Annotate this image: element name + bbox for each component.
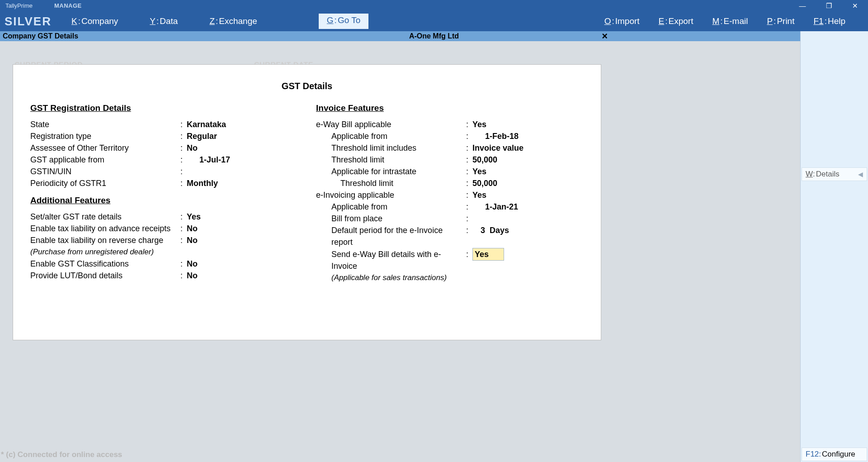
eway-label: e-Way Bill applicable bbox=[316, 119, 466, 130]
menu-import[interactable]: O:Import bbox=[600, 14, 644, 29]
sub-header: Company GST Details A-One Mfg Ltd × bbox=[0, 31, 868, 41]
chevron-left-icon: ◀ bbox=[858, 171, 863, 178]
minimize-icon[interactable]: — bbox=[789, 0, 816, 11]
status-footer: * (c) Connected for online access bbox=[0, 450, 122, 459]
assessee-label: Assessee of Other Territory bbox=[30, 142, 180, 154]
lut-label: Provide LUT/Bond details bbox=[30, 270, 180, 281]
panel-close-icon[interactable]: × bbox=[602, 30, 608, 42]
menu-company[interactable]: K:Company bbox=[67, 14, 123, 29]
einv-period-value[interactable]: 3 Days bbox=[472, 224, 509, 236]
reverse-label: Enable tax liability on reverse charge bbox=[30, 234, 180, 246]
menu-email[interactable]: M:E-mail bbox=[708, 14, 752, 29]
left-column: GST Registration Details State:Karnataka… bbox=[30, 100, 298, 284]
edition-label: SILVER bbox=[0, 14, 67, 29]
company-name: A-One Mfg Ltd bbox=[409, 32, 459, 40]
menu-exchange[interactable]: Z:Exchange bbox=[205, 14, 261, 29]
lut-value[interactable]: No bbox=[187, 270, 198, 281]
sendeway-hint: (Applicable for sales transactions) bbox=[316, 272, 466, 284]
eway-value[interactable]: Yes bbox=[472, 119, 486, 130]
section-invoice: Invoice Features bbox=[316, 103, 584, 113]
page-title: GST Details bbox=[13, 81, 601, 91]
right-column: Invoice Features e-Way Bill applicable:Y… bbox=[316, 100, 584, 284]
right-pane: W: Details ◀ F12: Configure bbox=[800, 31, 868, 462]
gst-details-panel: GST Details GST Registration Details Sta… bbox=[13, 64, 601, 340]
manage-menu[interactable]: MANAGE bbox=[54, 2, 82, 9]
eway-intra-value[interactable]: Yes bbox=[472, 166, 486, 177]
sendeway-input[interactable]: Yes bbox=[472, 248, 504, 261]
regtype-value[interactable]: Regular bbox=[187, 130, 217, 142]
screen-title: Company GST Details bbox=[0, 32, 78, 40]
menu-goto[interactable]: G:Go To bbox=[319, 14, 368, 29]
einv-from-label: Applicable from bbox=[316, 201, 466, 213]
advance-value[interactable]: No bbox=[187, 223, 198, 234]
einv-from-value[interactable]: 1-Jan-21 bbox=[472, 201, 518, 213]
menu-help[interactable]: F1:Help bbox=[809, 14, 850, 29]
eway-intra-thresh-label: Threshold limit bbox=[316, 177, 466, 189]
einv-label: e-Invoicing applicable bbox=[316, 189, 466, 201]
side-details-button[interactable]: W: Details ◀ bbox=[802, 167, 867, 181]
eway-from-label: Applicable from bbox=[316, 130, 466, 142]
section-registration: GST Registration Details bbox=[30, 103, 298, 113]
eway-thresh-value[interactable]: 50,000 bbox=[472, 154, 497, 166]
maximize-icon[interactable]: ❐ bbox=[816, 0, 842, 11]
window-controls: — ❐ ✕ bbox=[789, 0, 868, 11]
eway-intra-label: Applicable for intrastate bbox=[316, 166, 466, 177]
menu-data[interactable]: Y:Data bbox=[145, 14, 182, 29]
einv-value[interactable]: Yes bbox=[472, 189, 486, 201]
class-label: Enable GST Classifications bbox=[30, 258, 180, 270]
gstfrom-label: GST applicable from bbox=[30, 154, 180, 166]
menu-print[interactable]: P:Print bbox=[762, 14, 799, 29]
gstr1-period-label: Periodicity of GSTR1 bbox=[30, 177, 180, 189]
close-icon[interactable]: ✕ bbox=[842, 0, 868, 11]
setalter-value[interactable]: Yes bbox=[187, 211, 201, 223]
gstin-label: GSTIN/UIN bbox=[30, 166, 180, 177]
state-label: State bbox=[30, 119, 180, 130]
eway-from-value[interactable]: 1-Feb-18 bbox=[472, 130, 519, 142]
reverse-value[interactable]: No bbox=[187, 234, 198, 246]
state-value[interactable]: Karnataka bbox=[187, 119, 226, 130]
title-bar: TallyPrime MANAGE — ❐ ✕ bbox=[0, 0, 868, 11]
setalter-label: Set/alter GST rate details bbox=[30, 211, 180, 223]
eway-thresh-label: Threshold limit bbox=[316, 154, 466, 166]
reverse-hint: (Purchase from unregistered dealer) bbox=[30, 246, 180, 258]
class-value[interactable]: No bbox=[187, 258, 198, 270]
billfrom-label: Bill from place bbox=[316, 213, 466, 224]
sendeway-label: Send e-Way Bill details with e-Invoice bbox=[316, 248, 466, 272]
gstr1-period-value[interactable]: Monthly bbox=[187, 177, 218, 189]
regtype-label: Registration type bbox=[30, 130, 180, 142]
app-name: TallyPrime bbox=[5, 2, 33, 9]
section-additional: Additional Features bbox=[30, 195, 298, 205]
menu-bar: SILVER K:Company Y:Data Z:Exchange G:Go … bbox=[0, 11, 868, 31]
side-configure-button[interactable]: F12: Configure bbox=[802, 448, 867, 461]
gstfrom-value[interactable]: 1-Jul-17 bbox=[187, 154, 230, 166]
eway-inc-value[interactable]: Invoice value bbox=[472, 142, 524, 154]
advance-label: Enable tax liability on advance receipts bbox=[30, 223, 180, 234]
eway-intra-thresh-value[interactable]: 50,000 bbox=[472, 177, 497, 189]
assessee-value[interactable]: No bbox=[187, 142, 198, 154]
menu-export[interactable]: E:Export bbox=[654, 14, 698, 29]
eway-inc-label: Threshold limit includes bbox=[316, 142, 466, 154]
einv-period-label: Default period for the e-Invoice report bbox=[316, 224, 466, 248]
